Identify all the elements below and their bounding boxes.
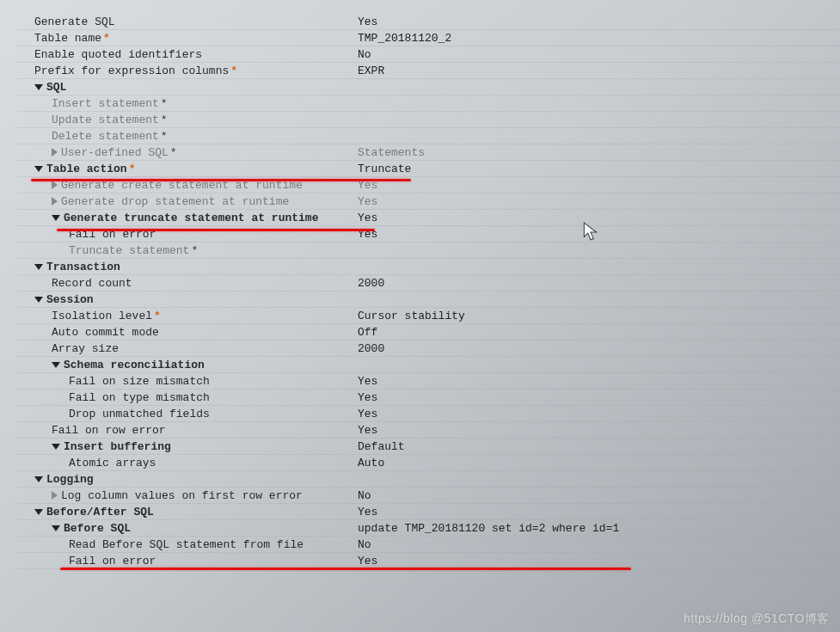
property-value-cell[interactable]: update TMP_20181120 set id=2 where id=1 [358, 520, 840, 536]
property-label-cell[interactable]: Prefix for expression columns* [17, 63, 358, 78]
property-value-cell[interactable]: No [358, 46, 840, 62]
property-row[interactable]: Table action*Truncate [17, 161, 840, 177]
property-label-cell[interactable]: Fail on size mismatch [17, 373, 358, 389]
property-row[interactable]: Fail on size mismatchYes [17, 373, 840, 390]
expand-open-icon[interactable] [34, 476, 43, 482]
property-row[interactable]: Table name*TMP_20181120_2 [17, 30, 840, 46]
property-row[interactable]: Insert statement* [17, 95, 840, 112]
property-row[interactable]: Isolation level*Cursor stability [17, 308, 840, 324]
property-label-cell[interactable]: Log column values on first row error [17, 488, 358, 503]
property-row[interactable]: Generate SQLYes [17, 14, 840, 30]
property-value-cell[interactable] [358, 95, 840, 111]
property-row[interactable]: Prefix for expression columns*EXPR [17, 63, 840, 79]
property-label-cell[interactable]: Table action* [17, 161, 358, 176]
property-value-cell[interactable] [358, 242, 840, 258]
property-row[interactable]: Generate truncate statement at runtimeYe… [17, 210, 840, 226]
property-label-cell[interactable]: Atomic arrays [17, 455, 358, 470]
property-value-cell[interactable]: Yes [358, 504, 840, 519]
property-label-cell[interactable]: Enable quoted identifiers [17, 46, 358, 62]
property-label-cell[interactable]: Schema reconciliation [17, 357, 358, 372]
property-row[interactable]: Before/After SQLYes [17, 504, 840, 520]
property-label-cell[interactable]: Insert buffering [17, 439, 358, 454]
property-row[interactable]: Enable quoted identifiersNo [17, 46, 840, 63]
property-label-cell[interactable]: Before/After SQL [17, 504, 358, 519]
property-row[interactable]: Before SQLupdate TMP_20181120 set id=2 w… [17, 520, 840, 537]
expand-closed-icon[interactable] [52, 148, 58, 156]
property-value-cell[interactable]: 2000 [358, 341, 840, 356]
property-label-cell[interactable]: Fail on row error [17, 422, 358, 438]
property-value-cell[interactable] [358, 357, 840, 372]
property-label-cell[interactable]: User-defined SQL* [17, 144, 358, 160]
property-label-cell[interactable]: Isolation level* [17, 308, 358, 323]
property-row[interactable]: Log column values on first row errorNo [17, 488, 840, 504]
property-value-cell[interactable] [358, 291, 840, 307]
expand-open-icon[interactable] [34, 264, 43, 270]
property-value-cell[interactable]: Default [358, 439, 840, 454]
property-row[interactable]: Fail on type mismatchYes [17, 390, 840, 406]
property-label-cell[interactable]: Read Before SQL statement from file [17, 537, 358, 552]
expand-open-icon[interactable] [34, 166, 43, 172]
property-value-cell[interactable]: Yes [358, 373, 840, 389]
property-row[interactable]: Update statement* [17, 112, 840, 128]
property-label-cell[interactable]: Generate SQL [17, 14, 358, 29]
property-label-cell[interactable]: Delete statement* [17, 128, 358, 144]
property-label-cell[interactable]: Generate drop statement at runtime [17, 193, 358, 209]
property-value-cell[interactable] [358, 79, 840, 95]
property-value-cell[interactable]: EXPR [358, 63, 840, 78]
property-label-cell[interactable]: Record count [17, 275, 358, 291]
property-row[interactable]: Schema reconciliation [17, 357, 840, 373]
property-row[interactable]: Fail on row errorYes [17, 422, 840, 439]
property-value-cell[interactable]: Yes [358, 193, 840, 209]
property-label-cell[interactable]: Auto commit mode [17, 324, 358, 340]
property-row[interactable]: User-defined SQL*Statements [17, 144, 840, 161]
property-row[interactable]: Atomic arraysAuto [17, 455, 840, 471]
property-row[interactable]: Generate drop statement at runtimeYes [17, 193, 840, 210]
property-row[interactable]: Record count2000 [17, 275, 840, 291]
property-value-cell[interactable]: No [358, 537, 840, 552]
property-value-cell[interactable]: Cursor stability [358, 308, 840, 323]
property-value-cell[interactable]: TMP_20181120_2 [358, 30, 840, 46]
expand-closed-icon[interactable] [52, 197, 58, 206]
property-label-cell[interactable]: Transaction [17, 259, 358, 274]
expand-open-icon[interactable] [52, 525, 60, 531]
expand-open-icon[interactable] [52, 215, 60, 221]
property-value-cell[interactable]: Truncate [358, 161, 840, 176]
property-value-cell[interactable]: No [358, 488, 840, 503]
property-value-cell[interactable] [358, 259, 840, 274]
property-value-cell[interactable]: Yes [358, 422, 840, 438]
property-label-cell[interactable]: Truncate statement* [17, 242, 358, 258]
property-value-cell[interactable]: Off [358, 324, 840, 340]
expand-open-icon[interactable] [34, 297, 43, 303]
property-label-cell[interactable]: Table name* [17, 30, 358, 46]
property-row[interactable]: Truncate statement* [17, 242, 840, 259]
property-value-cell[interactable]: Auto [358, 455, 840, 470]
property-value-cell[interactable]: Yes [358, 406, 840, 421]
property-value-cell[interactable] [358, 128, 840, 144]
expand-open-icon[interactable] [34, 509, 43, 515]
expand-open-icon[interactable] [52, 362, 60, 368]
property-grid[interactable]: Generate SQLYesTable name*TMP_20181120_2… [17, 14, 840, 623]
property-row[interactable]: SQL [17, 79, 840, 95]
property-row[interactable]: Drop unmatched fieldsYes [17, 406, 840, 422]
property-value-cell[interactable] [358, 112, 840, 127]
property-label-cell[interactable]: Array size [17, 341, 358, 356]
property-label-cell[interactable]: Fail on type mismatch [17, 390, 358, 405]
property-label-cell[interactable]: Insert statement* [17, 95, 358, 111]
property-value-cell[interactable]: Yes [358, 226, 840, 242]
expand-open-icon[interactable] [34, 84, 43, 90]
property-label-cell[interactable]: Drop unmatched fields [17, 406, 358, 421]
expand-closed-icon[interactable] [52, 491, 58, 500]
property-value-cell[interactable]: Yes [358, 177, 840, 193]
property-row[interactable]: Logging [17, 471, 840, 488]
property-label-cell[interactable]: Session [17, 291, 358, 307]
property-value-cell[interactable]: Yes [358, 390, 840, 405]
property-label-cell[interactable]: Update statement* [17, 112, 358, 127]
property-label-cell[interactable]: Logging [17, 471, 358, 487]
property-value-cell[interactable]: 2000 [358, 275, 840, 291]
property-row[interactable]: Insert bufferingDefault [17, 439, 840, 455]
property-row[interactable]: Auto commit modeOff [17, 324, 840, 341]
property-row[interactable]: Delete statement* [17, 128, 840, 144]
expand-open-icon[interactable] [52, 444, 60, 450]
property-label-cell[interactable]: Generate truncate statement at runtime [17, 210, 358, 225]
property-row[interactable]: Session [17, 291, 840, 308]
